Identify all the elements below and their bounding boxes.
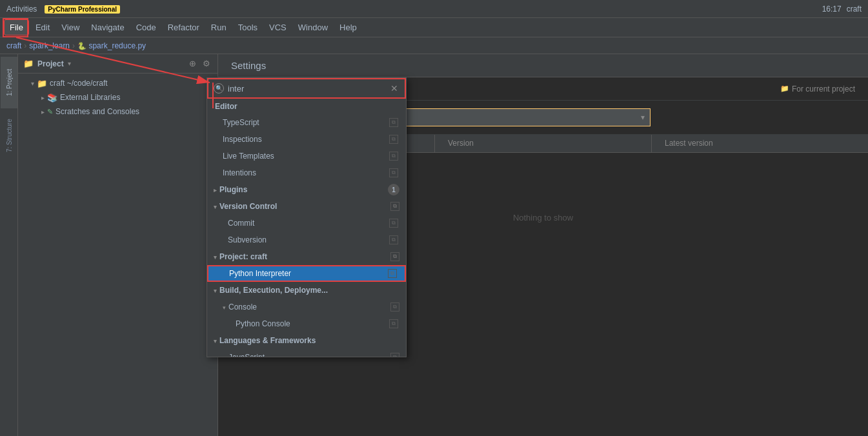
dd-section-build[interactable]: ▾Build, Execution, Deployme... — [207, 282, 406, 299]
menu-window[interactable]: Window — [293, 20, 333, 35]
copy-icon-vcs: ⧉ — [390, 202, 399, 211]
menu-file[interactable]: File — [4, 19, 29, 35]
ext-libs-label: External Libraries — [60, 93, 120, 102]
menu-vcs[interactable]: VCS — [264, 20, 292, 35]
dd-item-commit[interactable]: Commit ⧉ — [207, 215, 406, 232]
dd-section-vcs[interactable]: ▾Version Control ⧉ — [207, 198, 406, 215]
left-sidebar: 1: Project 7: Structure — [0, 54, 18, 436]
dd-item-python-console[interactable]: Python Console ⧉ — [207, 315, 406, 332]
menu-refactor[interactable]: Refactor — [163, 20, 205, 35]
copy-icon-commit: ⧉ — [389, 219, 398, 228]
add-tree-button[interactable]: ⊕ — [187, 58, 198, 70]
search-input[interactable] — [228, 84, 385, 94]
craft-label: craft ~/code/craft — [50, 79, 108, 88]
dd-item-python-interpreter[interactable]: Python Interpreter ⧉ — [207, 265, 406, 282]
copy-icon-js: ⧉ — [390, 353, 399, 357]
menu-run[interactable]: Run — [206, 20, 232, 35]
project-folder-icon: 📁 — [23, 59, 34, 68]
menu-tools[interactable]: Tools — [233, 20, 263, 35]
scratches-icon: ✎ — [47, 108, 53, 116]
file-tree-panel: 📁 Project ▾ ⊕ ⚙ ▾ 📁 craft ~/code/craft ▸… — [18, 54, 218, 436]
expand-scratches-arrow: ▸ — [41, 108, 45, 115]
search-clear-button[interactable]: ✕ — [389, 83, 399, 94]
copy-icon-console: ⧉ — [390, 302, 399, 312]
main-layout: 1: Project 7: Structure 📁 Project ▾ ⊕ ⚙ … — [0, 54, 868, 436]
breadcrumb-file: 🐍 spark_reduce.py — [77, 41, 146, 50]
breadcrumb: craft › spark_learn › 🐍 spark_reduce.py — [0, 37, 868, 54]
menu-view[interactable]: View — [56, 20, 85, 35]
project-small-icon: 📁 — [780, 84, 789, 93]
for-current-project-label: 📁 For current project — [780, 84, 855, 94]
col-latest: Latest version — [652, 135, 868, 152]
project-name: craft — [847, 5, 862, 14]
top-bar: Activities PyCharm Professional 16:17 cr… — [0, 0, 868, 18]
time-display: 16:17 — [822, 5, 842, 14]
col-version: Version — [435, 135, 652, 152]
dd-item-typescript[interactable]: TypeScript ⧉ — [207, 114, 406, 131]
breadcrumb-craft[interactable]: craft — [6, 41, 21, 50]
dd-item-intentions[interactable]: Intentions ⧉ — [207, 164, 406, 181]
sidebar-tab-structure[interactable]: 7: Structure — [1, 110, 17, 161]
interpreter-select-arrow: ▾ — [641, 113, 645, 122]
scratches-label: Scratches and Consoles — [56, 107, 139, 116]
menu-edit[interactable]: Edit — [30, 20, 55, 35]
dropdown-content: Editor TypeScript ⧉ Inspections ⧉ Live T… — [207, 99, 406, 357]
activities-label[interactable]: Activities — [6, 5, 37, 14]
top-bar-right: 16:17 craft — [822, 5, 862, 14]
craft-folder-icon: 📁 — [37, 79, 47, 88]
search-icon: 🔍 — [214, 83, 224, 94]
breadcrumb-spark-learn[interactable]: spark_learn — [29, 41, 70, 50]
breadcrumb-sep2: › — [72, 41, 75, 50]
py-file-icon: 🐍 — [77, 42, 86, 50]
top-bar-left: Activities PyCharm Professional — [6, 5, 120, 14]
settings-search-dropdown: 🔍 ✕ Editor TypeScript ⧉ Inspections ⧉ Li… — [207, 77, 407, 357]
copy-icon-py-console: ⧉ — [389, 319, 398, 328]
menu-bar: File Edit View Navigate Code Refactor Ru… — [0, 18, 868, 37]
copy-icon-subversion: ⧉ — [389, 235, 398, 244]
dd-section-languages[interactable]: ▾Languages & Frameworks — [207, 332, 406, 349]
project-label: Project — [37, 59, 64, 68]
pycharm-badge: PyCharm Professional — [45, 5, 120, 14]
copy-icon-typescript: ⧉ — [389, 118, 398, 127]
breadcrumb-sep1: › — [24, 41, 26, 50]
copy-icon-project: ⧉ — [390, 252, 399, 261]
dd-section-console[interactable]: ▾Console ⧉ — [207, 299, 406, 315]
plugins-badge: 1 — [388, 184, 399, 195]
copy-icon-intentions: ⧉ — [389, 168, 398, 177]
file-tree-content: ▾ 📁 craft ~/code/craft ▸ 📚 External Libr… — [18, 74, 217, 436]
settings-tree-button[interactable]: ⚙ — [201, 58, 212, 70]
sidebar-tab-project[interactable]: 1: Project — [1, 57, 17, 108]
menu-navigate[interactable]: Navigate — [86, 20, 129, 35]
dd-section-plugins[interactable]: ▸Plugins 1 — [207, 181, 406, 198]
dd-item-inspections[interactable]: Inspections ⧉ — [207, 131, 406, 148]
settings-search-bar: 🔍 ✕ — [207, 78, 406, 99]
dd-item-live-templates[interactable]: Live Templates ⧉ — [207, 148, 406, 164]
menu-help[interactable]: Help — [334, 20, 362, 35]
dd-section-javascript[interactable]: ▾JavaScript ⧉ — [207, 349, 406, 357]
project-dropdown-arrow[interactable]: ▾ — [68, 60, 71, 67]
tree-item-ext-libs[interactable]: ▸ 📚 External Libraries — [18, 90, 217, 104]
dd-item-subversion[interactable]: Subversion ⧉ — [207, 232, 406, 248]
tree-item-scratches[interactable]: ▸ ✎ Scratches and Consoles — [18, 104, 217, 119]
app-name: PyCharm Professional — [45, 5, 120, 14]
dd-header-editor: Editor — [207, 99, 406, 114]
tree-item-craft[interactable]: ▾ 📁 craft ~/code/craft — [18, 76, 217, 90]
copy-icon-live-templates: ⧉ — [389, 152, 398, 161]
tree-actions: ⊕ ⚙ — [187, 58, 212, 70]
expand-extlibs-arrow: ▸ — [41, 94, 45, 101]
dd-section-project-craft[interactable]: ▾Project: craft ⧉ — [207, 248, 406, 265]
copy-icon-python-interp: ⧉ — [388, 269, 397, 278]
ext-libs-icon: 📚 — [47, 93, 57, 103]
copy-icon-inspections: ⧉ — [389, 135, 398, 144]
menu-code[interactable]: Code — [131, 20, 161, 35]
settings-title: Settings — [218, 54, 868, 77]
expand-craft-arrow: ▾ — [31, 80, 34, 87]
file-tree-header: 📁 Project ▾ ⊕ ⚙ — [18, 54, 217, 74]
